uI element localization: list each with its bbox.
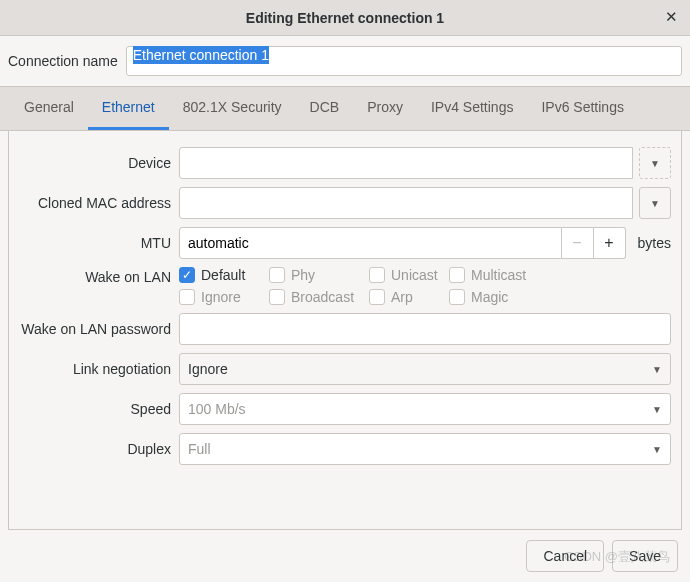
tab-bar: General Ethernet 802.1X Security DCB Pro… <box>0 86 690 131</box>
checkbox-icon <box>179 289 195 305</box>
tab-ipv6[interactable]: IPv6 Settings <box>527 87 638 130</box>
cloned-mac-input[interactable] <box>179 187 633 219</box>
device-dropdown-button[interactable]: ▼ <box>639 147 671 179</box>
mtu-input[interactable] <box>179 227 562 259</box>
close-icon[interactable]: ✕ <box>662 8 680 26</box>
chevron-down-icon: ▼ <box>652 364 662 375</box>
mtu-plus-button[interactable]: + <box>594 227 626 259</box>
chevron-down-icon: ▼ <box>652 404 662 415</box>
duplex-label: Duplex <box>19 441 179 457</box>
tab-security[interactable]: 802.1X Security <box>169 87 296 130</box>
wol-multicast-checkbox[interactable]: Multicast <box>449 267 671 283</box>
save-button[interactable]: Save <box>612 540 678 572</box>
wol-password-input[interactable] <box>179 313 671 345</box>
link-negotiation-label: Link negotiation <box>19 361 179 377</box>
titlebar: Editing Ethernet connection 1 ✕ <box>0 0 690 36</box>
chevron-down-icon: ▼ <box>650 198 660 209</box>
checkbox-icon <box>449 289 465 305</box>
chevron-down-icon: ▼ <box>652 444 662 455</box>
checkbox-icon <box>369 289 385 305</box>
mtu-minus-button[interactable]: − <box>562 227 594 259</box>
tab-general[interactable]: General <box>10 87 88 130</box>
connection-name-label: Connection name <box>8 53 118 69</box>
mtu-label: MTU <box>19 235 179 251</box>
wol-unicast-checkbox[interactable]: Unicast <box>369 267 449 283</box>
duplex-combo: Full ▼ <box>179 433 671 465</box>
window-title: Editing Ethernet connection 1 <box>246 10 444 26</box>
ethernet-pane: Device ▼ Cloned MAC address ▼ MTU − + by… <box>8 131 682 530</box>
wol-magic-checkbox[interactable]: Magic <box>449 289 671 305</box>
checkbox-icon <box>269 289 285 305</box>
checkbox-icon <box>269 267 285 283</box>
link-negotiation-combo[interactable]: Ignore ▼ <box>179 353 671 385</box>
cancel-button[interactable]: Cancel <box>526 540 604 572</box>
chevron-down-icon: ▼ <box>650 158 660 169</box>
speed-value: 100 Mb/s <box>188 401 246 417</box>
wol-default-checkbox[interactable]: ✓Default <box>179 267 269 283</box>
checkbox-icon <box>369 267 385 283</box>
speed-label: Speed <box>19 401 179 417</box>
device-input[interactable] <box>179 147 633 179</box>
checkbox-icon <box>449 267 465 283</box>
wol-ignore-checkbox[interactable]: Ignore <box>179 289 269 305</box>
speed-combo: 100 Mb/s ▼ <box>179 393 671 425</box>
tab-ethernet[interactable]: Ethernet <box>88 87 169 130</box>
cloned-mac-dropdown-button[interactable]: ▼ <box>639 187 671 219</box>
tab-dcb[interactable]: DCB <box>296 87 354 130</box>
tab-ipv4[interactable]: IPv4 Settings <box>417 87 528 130</box>
tab-proxy[interactable]: Proxy <box>353 87 417 130</box>
duplex-value: Full <box>188 441 211 457</box>
wol-phy-checkbox[interactable]: Phy <box>269 267 369 283</box>
link-negotiation-value: Ignore <box>188 361 228 377</box>
mtu-unit: bytes <box>632 235 671 251</box>
dialog-footer: Cancel Save <box>0 530 690 582</box>
wol-label: Wake on LAN <box>19 267 179 285</box>
connection-name-input[interactable]: Ethernet connection 1 <box>126 46 682 76</box>
wol-password-label: Wake on LAN password <box>19 321 179 337</box>
wol-broadcast-checkbox[interactable]: Broadcast <box>269 289 369 305</box>
connection-name-value: Ethernet connection 1 <box>133 46 269 64</box>
checkbox-checked-icon: ✓ <box>179 267 195 283</box>
wol-arp-checkbox[interactable]: Arp <box>369 289 449 305</box>
cloned-mac-label: Cloned MAC address <box>19 195 179 211</box>
wol-checkbox-grid: ✓Default Phy Unicast Multicast Ignore Br… <box>179 267 671 305</box>
device-label: Device <box>19 155 179 171</box>
connection-name-row: Connection name Ethernet connection 1 <box>0 36 690 86</box>
